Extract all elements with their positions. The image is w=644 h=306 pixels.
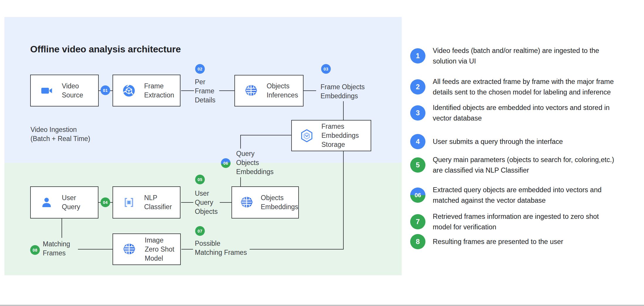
frame-extraction-reel-icon xyxy=(122,84,136,97)
legend-item-2: 2 All feeds are extracted frame by frame… xyxy=(410,76,614,97)
legend-circle-7: 7 xyxy=(410,214,425,229)
step-badge-07: 07 xyxy=(195,226,205,236)
step-badge-01: 01 xyxy=(100,85,110,95)
ai-brain-icon xyxy=(240,196,254,209)
connector-queryobjects-to-objembeddings xyxy=(240,177,241,186)
video-camera-icon xyxy=(40,84,53,97)
legend-text-6: Extracted query objects are embedded int… xyxy=(433,185,602,206)
node-label: Video Source xyxy=(62,82,83,100)
node-image-zero-shot-model: Image Zero Shot Model xyxy=(113,233,181,265)
legend-text-2: All feeds are extracted frame by frame w… xyxy=(433,76,614,97)
label-query-objects-embeddings: Query Objects Embeddings xyxy=(236,149,274,176)
step-badge-02: 02 xyxy=(195,64,205,74)
connector-frame-to-perframe xyxy=(181,90,194,91)
legend-text-3: Identified objects are embedded into vec… xyxy=(433,102,610,123)
connector-storage-elbow-horizontal xyxy=(240,135,291,135)
label-video-ingestion: Video Ingestion (Batch + Real Time) xyxy=(30,125,90,143)
page-title: Offline video analysis architecture xyxy=(30,44,181,55)
connector-storage-elbow-vertical xyxy=(240,135,241,149)
label-matching-frames: Matching Frames xyxy=(43,240,70,258)
connector-possible-to-riser xyxy=(250,249,344,250)
step-badge-08: 08 xyxy=(30,245,40,255)
node-objects-inferences: Objects Inferences xyxy=(234,75,304,106)
connector-nlp-to-queryobjects xyxy=(181,202,193,203)
label-possible-matching-frames: Possible Matching Frames xyxy=(195,239,247,257)
node-frame-extraction: Frame Extraction xyxy=(113,75,180,106)
connector-matching-to-zeroshot xyxy=(78,249,113,250)
node-frames-embeddings-storage: Frames Embeddings Storage xyxy=(291,120,371,151)
legend-circle-6: 06 xyxy=(410,188,425,203)
step-badge-06: 06 xyxy=(221,158,231,168)
legend-circle-4: 4 xyxy=(410,134,425,149)
connector-zeroshot-to-possible xyxy=(181,249,193,250)
legend-item-3: 3 Identified objects are embedded into v… xyxy=(410,102,610,123)
node-label: Objects Inferences xyxy=(267,82,298,100)
legend-item-1: 1 Video feeds (batch and/or realtime) ar… xyxy=(410,45,599,66)
node-video-source: Video Source xyxy=(30,75,99,106)
legend-item-7: 7 Retrieved frames information are inges… xyxy=(410,211,599,232)
ai-brain-icon xyxy=(122,243,136,256)
offline-video-analysis-diagram: Offline video analysis architecture Vide… xyxy=(0,0,644,306)
legend-circle-2: 2 xyxy=(410,79,425,94)
brackets-text-icon xyxy=(122,196,136,209)
node-objects-embeddings: Objects Embeddings xyxy=(231,186,299,219)
ai-brain-icon xyxy=(244,84,258,97)
label-user-query-objects: User Query Objects xyxy=(195,189,218,216)
node-label: User Query xyxy=(62,193,80,212)
node-label: Frames Embeddings Storage xyxy=(321,122,359,149)
node-nlp-classifier: NLP Classifier xyxy=(113,186,180,219)
person-icon xyxy=(40,196,53,209)
step-badge-03: 03 xyxy=(321,64,331,74)
node-label: Frame Extraction xyxy=(144,82,174,100)
legend-item-8: 8 Resulting frames are presented to the … xyxy=(410,234,563,249)
step-badge-04: 04 xyxy=(100,197,110,207)
legend-text-4: User submits a query through the interfa… xyxy=(433,136,563,147)
connector-embeddings-to-storage xyxy=(343,101,344,120)
connector-inferences-to-embeddings xyxy=(303,90,316,91)
node-label: Objects Embeddings xyxy=(261,193,298,212)
connector-storage-riser xyxy=(343,151,344,250)
node-label: NLP Classifier xyxy=(144,193,172,212)
legend-text-7: Retrieved frames information are ingeste… xyxy=(433,211,599,232)
legend-text-1: Video feeds (batch and/or realtime) are … xyxy=(433,45,599,66)
legend-text-5: Query main parameters (objects to search… xyxy=(433,154,614,176)
label-per-frame-details: Per Frame Details xyxy=(195,78,215,105)
legend-circle-1: 1 xyxy=(410,48,425,63)
step-badge-05: 05 xyxy=(195,175,205,184)
legend-circle-8: 8 xyxy=(410,234,425,249)
connector-queryobjects-to-embeddings-box xyxy=(220,202,231,203)
bottom-divider xyxy=(0,305,644,306)
hexagon-storage-icon xyxy=(300,129,314,143)
legend-item-4: 4 User submits a query through the inter… xyxy=(410,134,563,149)
label-frame-objects-embeddings: Frame Objects Embeddings xyxy=(321,82,365,101)
legend-circle-3: 3 xyxy=(410,105,425,121)
node-label: Image Zero Shot Model xyxy=(145,236,174,263)
node-user-query: User Query xyxy=(30,186,98,219)
connector-perframe-to-inferences xyxy=(219,90,234,91)
legend-text-8: Resulting frames are presented to the us… xyxy=(433,236,563,247)
connector-userquery-down xyxy=(62,219,62,238)
legend-item-6: 06 Extracted query objects are embedded … xyxy=(410,185,602,206)
legend-circle-5: 5 xyxy=(410,157,425,173)
legend-item-5: 5 Query main parameters (objects to sear… xyxy=(410,154,614,176)
